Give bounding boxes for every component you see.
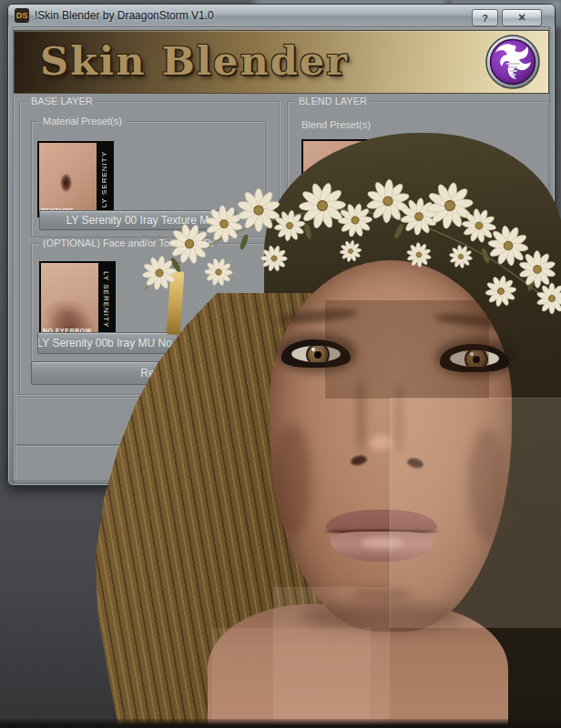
close-button[interactable]: ✕ bbox=[502, 9, 542, 26]
blend-layer-label: BLEND LAYER bbox=[295, 96, 371, 106]
skin-blender-dialog: DS !Skin Blender by DraagonStorm V1.0 ? … bbox=[7, 4, 556, 486]
texture-thumbnail-side-label: LY SERENITY bbox=[100, 151, 108, 207]
title-bar[interactable]: DS !Skin Blender by DraagonStorm V1.0 ? … bbox=[8, 5, 555, 26]
optional-presets-label: (OPTIONAL) Face and/or Torso/Hip Pr bbox=[39, 238, 218, 248]
bottom-dark-bar bbox=[0, 719, 561, 728]
no-eyebrow-preset-thumbnail: NO EYEBROW LY SERENITY bbox=[39, 261, 116, 338]
help-button[interactable]: ? bbox=[472, 9, 498, 26]
blend-presets-label: Blend Preset(s) bbox=[301, 119, 371, 130]
texture-preset-button[interactable]: LY Serenity 00 Iray Texture M bbox=[39, 210, 236, 230]
texture-preset-thumbnail: TEXTURE LY SERENITY bbox=[37, 141, 114, 217]
banner-title: Skin Blender bbox=[40, 38, 349, 84]
no-eyebrow-thumbnail-side-label: LY SERENITY bbox=[102, 271, 110, 328]
app-icon: DS bbox=[15, 8, 29, 23]
no-eyebrow-thumbnail-image: NO EYEBROW bbox=[41, 263, 98, 336]
undo-panel: Undo bbox=[15, 445, 550, 481]
no-eyebrow-preset-button[interactable]: LY Serenity 00b Iray MU No Brow bbox=[37, 332, 199, 354]
no-eyebrow-thumbnail-side-strip: LY SERENITY bbox=[98, 263, 114, 336]
dragon-logo-icon bbox=[484, 34, 541, 90]
blend-opacity-group: Blend Opacity bbox=[15, 394, 550, 445]
blend-preset-thumbnail bbox=[301, 139, 378, 216]
base-layer-label: BASE LAYER bbox=[27, 96, 97, 106]
texture-thumbnail-side-strip: LY SERENITY bbox=[97, 143, 112, 216]
material-presets-label: Material Preset(s) bbox=[39, 116, 126, 126]
render-button[interactable]: Re bbox=[31, 361, 264, 385]
texture-thumbnail-image: TEXTURE bbox=[39, 143, 97, 216]
blend-thumbnail-image bbox=[303, 141, 376, 214]
window-title: !Skin Blender by DraagonStorm V1.0 bbox=[35, 9, 214, 22]
banner: Skin Blender bbox=[14, 30, 549, 94]
